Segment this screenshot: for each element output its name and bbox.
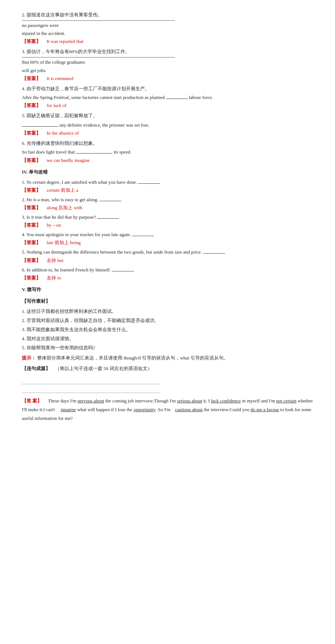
compose-line-2 xyxy=(22,385,160,393)
iv3-blank xyxy=(97,218,119,219)
iv1-blank xyxy=(138,183,160,184)
hint-label: 提示： xyxy=(22,355,36,361)
iv4-answer-text: late 前加上 being xyxy=(47,240,80,245)
answer-para-serious: serious about xyxy=(177,398,202,404)
iv3-answer-row: 【答案】 by→on xyxy=(22,221,313,229)
iv5-blank xyxy=(203,253,225,254)
section-6-answer-text: we can hardly imagine xyxy=(47,158,90,163)
section-4-answer-row: 【答案】 for lack of xyxy=(22,102,313,110)
section-3-blank-text: that 60% of the college graduates xyxy=(22,59,85,65)
iv2-answer-text: along 后加上 with xyxy=(47,205,82,210)
answer-para-nervous: nervous about xyxy=(78,398,104,404)
iv6-answer-tag: 【答案】 xyxy=(22,275,41,281)
iv5-title: 5. Nothing can distinguish the differenc… xyxy=(22,248,313,256)
hint-row: 提示： 整体部分用本单元词汇表达，并且请使用 though/if 引导的状语从句… xyxy=(22,354,313,362)
section-6-answer-row: 【答案】 we can hardly imagine xyxy=(22,156,313,164)
section-6-content: So fast does light travel that xyxy=(22,149,75,155)
iv5: 5. Nothing can distinguish the differenc… xyxy=(22,248,313,264)
section-5-blank-text: any definite evidence, the prisoner was … xyxy=(59,122,149,128)
section-4: 4. 由于劳动力缺乏，春节后一些工厂不能按原计划开展生产。 After the … xyxy=(22,85,313,110)
section-5-blank-line xyxy=(22,126,58,127)
answer-para-8: the interview.Could you xyxy=(204,407,249,412)
section-6-title: 6. 光传播的速度快到我们难以想象。 xyxy=(22,139,313,147)
section-5-answer-text: In the absence of xyxy=(47,130,79,136)
compose-blank-lines xyxy=(22,376,313,393)
answer-para-2: the coming job interview.Though I'm xyxy=(105,398,176,404)
section-3-title: 3. 据估计，今年将会有60%的大学毕业生找到工作。 xyxy=(22,48,313,56)
iv1: 1. To certain degree, I am satisfied wit… xyxy=(22,178,313,194)
answer-para-4: in myself and I'm xyxy=(242,398,275,404)
answer-para-7: .So I'm xyxy=(157,407,170,412)
section-3-answer-tag: 【答案】 xyxy=(22,76,41,81)
section-6-answer-tag: 【答案】 xyxy=(22,158,41,163)
answer-para-3: it, I xyxy=(203,398,210,404)
section-4-blank xyxy=(166,99,188,99)
lianju-row: 【连句成篇】 （将以上句子连成一篇 50 词左右的英语短文） xyxy=(22,365,313,373)
iv6-answer-text: 去掉 to xyxy=(47,275,61,281)
compose-line-1 xyxy=(22,376,160,384)
section-2-title: 2. 据报道在这次事故中没有乘客受伤。 xyxy=(22,11,313,19)
section-4-content: After the Spring Festival, some factorie… xyxy=(22,95,165,100)
iv1-answer-text: certain 前加上 a xyxy=(47,187,78,193)
iv4-blank xyxy=(132,236,154,236)
answer-para-6: what will happen if I lose the xyxy=(77,407,133,412)
answer-para-cautious: cautious about xyxy=(175,407,202,412)
iv5-answer-text: 去掉 but xyxy=(47,258,63,263)
iv4-answer-row: 【答案】 late 前加上 being xyxy=(22,239,313,247)
answer-para-not-certain: not certain xyxy=(276,398,296,404)
iv2-answer-tag: 【答案】 xyxy=(22,205,41,210)
iv1-title: 1. To certain degree, I am satisfied wit… xyxy=(22,178,313,186)
answer-para-opportunity: opportunity xyxy=(134,407,156,412)
section-3-answer-text: It is estimated xyxy=(47,76,73,81)
section-2-answer-text: It was reported that xyxy=(47,39,83,44)
section-v: V. 微写作 【写作素材】 1. 这些日子我都在担忧即将到来的工作面试。 2. … xyxy=(22,286,313,423)
iv5-answer-tag: 【答案】 xyxy=(22,258,41,263)
answer-para-do: do me a favour xyxy=(251,407,279,412)
lianju-label: 【连句成篇】 xyxy=(22,366,50,371)
section-2-blank-text: no passengers were xyxy=(22,23,59,28)
section-5-answer-tag: 【答案】 xyxy=(22,130,41,136)
iv3-answer-text: by→on xyxy=(47,222,61,228)
iv6: 6. In addition to, he learned French by … xyxy=(22,266,313,282)
section-iv: IV. 单句改错 1. To certain degree, I am sati… xyxy=(22,168,313,282)
section-2-answer-tag: 【答案】 xyxy=(22,39,41,44)
writing-item-4: 4. 我对这次面试很谨慎。 xyxy=(22,335,313,343)
section-3-answer-row: 【答案】 It is estimated xyxy=(22,75,313,83)
iv5-answer-row: 【答案】 去掉 but xyxy=(22,257,313,265)
section-iv-heading: IV. 单句改错 xyxy=(22,168,313,176)
iv3: 3. Is it true that he did that by purpos… xyxy=(22,213,313,229)
writing-item-1: 1. 这些日子我都在担忧即将到来的工作面试。 xyxy=(22,307,313,315)
section-5-answer-row: 【答案】 In the absence of xyxy=(22,129,313,137)
iv4: 4. You must apologize to your teacher fo… xyxy=(22,231,313,247)
section-2-continuation: injured in the accident. xyxy=(22,29,313,37)
section-2-answer-row: 【答案】 It was reported that xyxy=(22,37,313,45)
section-3-continuation: will get jobs. xyxy=(22,67,313,75)
section-6: 6. 光传播的速度快到我们难以想象。 So fast does light tr… xyxy=(22,139,313,164)
section-5-title: 5. 因缺乏确凿证据，囚犯被释放了。 xyxy=(22,112,313,120)
answer-para: 【答 案】 These days I'm nervous about the c… xyxy=(22,397,313,423)
section-3-blank-line xyxy=(22,57,175,57)
section-3: 3. 据估计，今年将会有60%的大学毕业生找到工作。 that 60% of t… xyxy=(22,48,313,82)
answer-label: 【答 案】 xyxy=(22,398,42,404)
answer-para-1: These days I'm xyxy=(48,398,76,404)
iv6-title: 6. In addition to, he learned French by … xyxy=(22,266,313,274)
iv2-title: 2. He is a man, who is easy to get along… xyxy=(22,196,313,204)
writing-item-3: 3. 我不能想象如果我失去这次机会会将会发生什么。 xyxy=(22,326,313,334)
iv1-answer-row: 【答案】 certain 前加上 a xyxy=(22,186,313,194)
answer-para-lack: lack confidence xyxy=(211,398,241,404)
iv2-answer-row: 【答案】 along 后加上 with xyxy=(22,204,313,212)
writing-item-2: 2. 尽管我对面试很认真，但我缺乏自信，不能确定我是否会成功。 xyxy=(22,317,313,325)
section-5: 5. 因缺乏确凿证据，囚犯被释放了。 any definite evidence… xyxy=(22,112,313,137)
iv6-blank xyxy=(112,271,134,271)
section-4-title: 4. 由于劳动力缺乏，春节后一些工厂不能按原计划开展生产。 xyxy=(22,85,313,93)
hint-text: 整体部分用本单元词汇表达，并且请使用 though/if 引导的状语从句，wha… xyxy=(37,355,228,361)
iv6-answer-row: 【答案】 去掉 to xyxy=(22,274,313,282)
iv3-title: 3. Is it true that he did that by purpos… xyxy=(22,213,313,221)
section-4-answer-tag: 【答案】 xyxy=(22,103,41,108)
section-6-blank xyxy=(76,153,113,154)
answer-para-imagine: imagine xyxy=(61,407,76,412)
section-2-blank-line xyxy=(22,20,175,21)
section-2: 2. 据报道在这次事故中没有乘客受伤。 no passengers were i… xyxy=(22,11,313,45)
iv2: 2. He is a man, who is easy to get along… xyxy=(22,196,313,212)
lianju-text: （将以上句子连成一篇 50 词左右的英语短文） xyxy=(55,366,152,371)
